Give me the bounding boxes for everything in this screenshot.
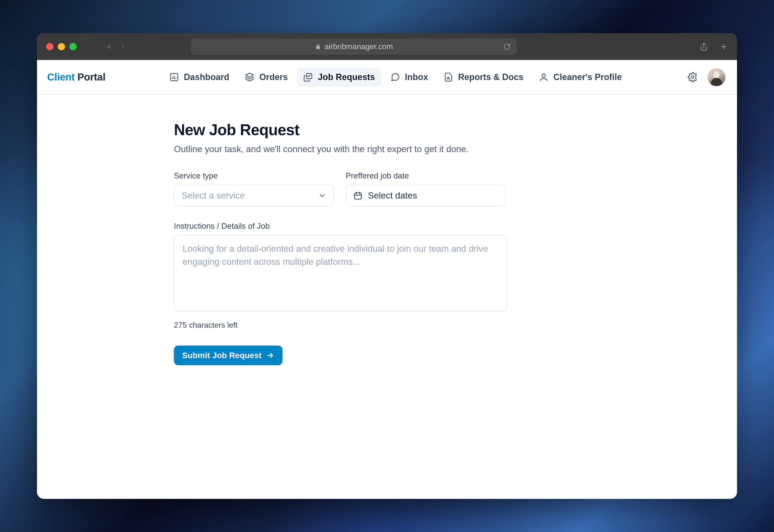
service-type-select[interactable]: Select a service: [174, 185, 334, 207]
browser-titlebar-right: [700, 42, 728, 51]
field-preferred-date: Preffered job date Select dates: [346, 171, 506, 207]
nav-cleaners-profile[interactable]: Cleaner's Profile: [533, 68, 628, 87]
main-nav: Dashboard Orders Job Requests Inbox: [163, 68, 628, 87]
arrow-right-icon: [266, 351, 274, 360]
bar-chart-icon: [169, 72, 179, 82]
svg-point-12: [542, 74, 545, 77]
nav-job-requests[interactable]: Job Requests: [297, 68, 381, 87]
window-close-button[interactable]: [46, 43, 53, 50]
submit-button[interactable]: Submit Job Request: [174, 346, 283, 365]
file-chart-icon: [444, 72, 453, 82]
page-title: New Job Request: [174, 121, 737, 139]
nav-label: Cleaner's Profile: [553, 72, 622, 82]
form-row: Service type Select a service Preffered …: [174, 171, 737, 207]
calendar-icon: [353, 191, 363, 200]
page-subtitle: Outline your task, and we'll connect you…: [174, 144, 737, 154]
instructions-label: Instructions / Details of Job: [174, 222, 737, 231]
browser-back-button[interactable]: [106, 42, 112, 52]
submit-label: Submit Job Request: [182, 351, 262, 360]
field-service-type: Service type Select a service: [174, 171, 334, 207]
traffic-lights: [46, 43, 77, 50]
header-right: [688, 68, 725, 86]
brand-part1: Client: [47, 71, 75, 83]
browser-titlebar: airbnbmanager.com: [37, 33, 737, 60]
app-header: Client Portal Dashboard Orders Job Req: [37, 60, 737, 95]
svg-marker-7: [246, 73, 253, 77]
brand-part2: Portal: [77, 71, 105, 83]
nav-dashboard[interactable]: Dashboard: [163, 68, 236, 87]
date-picker[interactable]: Select dates: [346, 185, 506, 207]
svg-rect-14: [355, 193, 362, 199]
chevron-down-icon: [318, 192, 326, 200]
browser-url-bar[interactable]: airbnbmanager.com: [191, 38, 517, 55]
nav-label: Orders: [259, 72, 288, 82]
share-icon[interactable]: [700, 42, 708, 51]
browser-forward-button[interactable]: [120, 42, 127, 52]
browser-url-text: airbnbmanager.com: [325, 42, 393, 51]
lock-icon: [315, 44, 321, 50]
svg-point-13: [692, 76, 694, 79]
instructions-textarea[interactable]: [174, 235, 507, 311]
user-icon: [539, 72, 549, 82]
window-minimize-button[interactable]: [58, 43, 65, 50]
nav-orders[interactable]: Orders: [238, 68, 294, 87]
date-label: Preffered job date: [346, 171, 506, 180]
nav-label: Job Requests: [318, 72, 375, 82]
service-type-placeholder: Select a service: [182, 191, 245, 201]
char-counter: 275 characters left: [174, 321, 737, 330]
brand-logo[interactable]: Client Portal: [47, 71, 105, 83]
nav-label: Inbox: [405, 72, 428, 82]
reload-icon[interactable]: [503, 43, 511, 50]
browser-nav-arrows: [106, 42, 127, 52]
date-placeholder: Select dates: [368, 191, 417, 201]
browser-window: airbnbmanager.com Client Portal Dashbo: [37, 33, 737, 499]
avatar[interactable]: [707, 68, 725, 86]
nav-label: Reports & Docs: [458, 72, 523, 82]
chat-icon: [390, 72, 400, 82]
nav-reports[interactable]: Reports & Docs: [437, 68, 530, 87]
nav-inbox[interactable]: Inbox: [384, 68, 434, 87]
layers-icon: [245, 72, 254, 82]
new-tab-icon[interactable]: [720, 43, 728, 51]
copy-check-icon: [303, 72, 313, 82]
window-maximize-button[interactable]: [69, 43, 77, 50]
page-content: New Job Request Outline your task, and w…: [37, 95, 737, 499]
field-instructions: Instructions / Details of Job 275 charac…: [174, 222, 737, 330]
nav-label: Dashboard: [184, 72, 229, 82]
service-type-label: Service type: [174, 171, 334, 180]
settings-button[interactable]: [688, 72, 698, 82]
gear-icon: [688, 72, 698, 82]
